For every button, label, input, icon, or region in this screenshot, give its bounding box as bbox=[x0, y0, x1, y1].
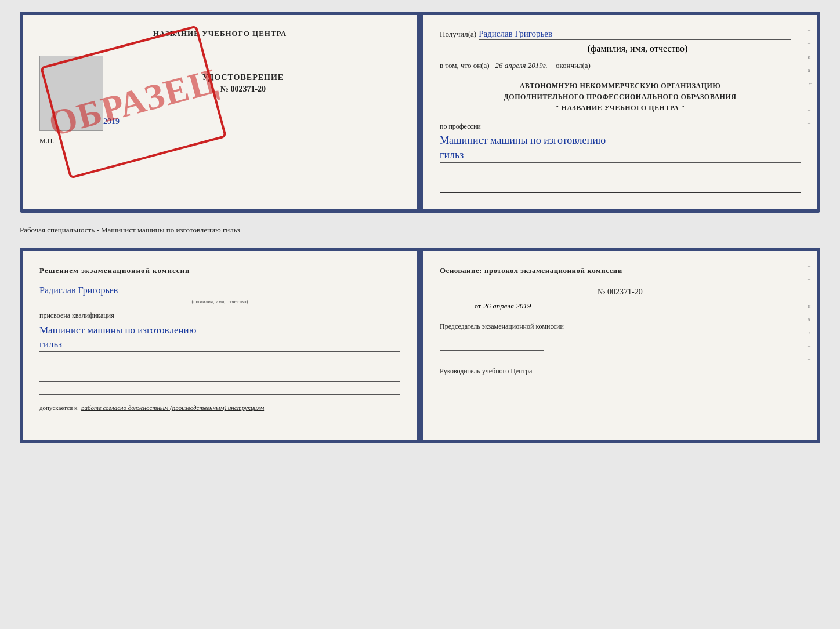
extra-lines bbox=[39, 357, 400, 395]
rukovoditel-label: Руководитель учебного Центра bbox=[440, 367, 801, 376]
dopuskaetsya-text: работе согласно должностным (производств… bbox=[81, 404, 264, 411]
poluchil-label: Получил(а) bbox=[440, 30, 476, 39]
dopuskaetsya-label: допускается к bbox=[39, 404, 77, 411]
vtom-label: в том, что он(а) bbox=[440, 61, 490, 70]
poluchil-hint: (фамилия, имя, отчество) bbox=[588, 43, 688, 53]
ot-label: от bbox=[475, 302, 481, 311]
bsm7: – bbox=[808, 343, 813, 349]
bsm5: а bbox=[808, 316, 813, 322]
bsm8: – bbox=[808, 356, 813, 362]
ot-line: от 26 апреля 2019 bbox=[440, 301, 801, 311]
top-document: НАЗВАНИЕ УЧЕБНОГО ЦЕНТРА УДОСТОВЕРЕНИЕ №… bbox=[20, 12, 820, 213]
udostoverenie-block: УДОСТОВЕРЕНИЕ № 002371-20 bbox=[86, 73, 400, 94]
bsm9: – bbox=[808, 369, 813, 376]
dopuskaetsya-block: допускается к работе согласно должностны… bbox=[39, 404, 400, 411]
line1 bbox=[440, 168, 801, 179]
mp-label: М.П. bbox=[39, 137, 400, 146]
bottom-name-handwritten: Радислав Григорьев bbox=[39, 285, 400, 297]
rukovoditel-sig-line bbox=[440, 379, 533, 395]
qualification-text: Машинист машины по изготовлению гильз bbox=[39, 323, 400, 352]
prisvoena-label: присвоена квалификация bbox=[39, 311, 400, 320]
po-professii: по профессии bbox=[440, 122, 801, 131]
sm2: – bbox=[808, 40, 813, 46]
photo-area bbox=[39, 56, 103, 131]
right-lines-bottom bbox=[440, 168, 801, 193]
bsm2: – bbox=[808, 276, 813, 282]
bottom-name-hint: (фамилия, имя, отчество) bbox=[39, 299, 400, 304]
org-name: " НАЗВАНИЕ УЧЕБНОГО ЦЕНТРА " bbox=[440, 103, 801, 114]
side-marks: – – и а ← – – – bbox=[808, 27, 813, 126]
org-block: АВТОНОМНУЮ НЕКОММЕРЧЕСКУЮ ОРГАНИЗАЦИЮ ДО… bbox=[440, 81, 801, 114]
osnovanie-label: Основание: протокол экзаменационной коми… bbox=[440, 265, 801, 277]
udos-label: УДОСТОВЕРЕНИЕ bbox=[86, 73, 400, 82]
bottom-right-half: Основание: протокол экзаменационной коми… bbox=[417, 251, 817, 440]
line2 bbox=[440, 181, 801, 193]
el2 bbox=[39, 369, 400, 382]
caption-line: Рабочая специальность - Машинист машины … bbox=[20, 223, 820, 237]
okonchil-label: окончил(а) bbox=[556, 61, 591, 70]
bottom-left-half: Решением экзаменационной комиссии Радисл… bbox=[23, 251, 417, 440]
el1 bbox=[39, 357, 400, 369]
dopusk-line bbox=[39, 413, 400, 426]
bsm4: и bbox=[808, 303, 813, 309]
org-line2: ДОПОЛНИТЕЛЬНОГО ПРОФЕССИОНАЛЬНОГО ОБРАЗО… bbox=[440, 92, 801, 103]
sm6: – bbox=[808, 93, 813, 100]
dash1: – bbox=[797, 30, 801, 39]
sm5: ← bbox=[808, 80, 813, 86]
sm8: – bbox=[808, 120, 813, 126]
org-line1: АВТОНОМНУЮ НЕКОММЕРЧЕСКУЮ ОРГАНИЗАЦИЮ bbox=[440, 81, 801, 92]
poluchil-name: Радислав Григорьев bbox=[479, 29, 791, 40]
profession-text: Машинист машины по изготовлению гильз bbox=[440, 133, 801, 163]
bsm1: – bbox=[808, 263, 813, 269]
bottom-document: Решением экзаменационной комиссии Радисл… bbox=[20, 248, 820, 443]
sm1: – bbox=[808, 27, 813, 33]
predsedatel-sig-line bbox=[440, 335, 544, 351]
bsm6: ← bbox=[808, 329, 813, 336]
bottom-side-marks: – – – и а ← – – – bbox=[808, 263, 813, 376]
el3 bbox=[39, 382, 400, 395]
resheniem-label: Решением экзаменационной комиссии bbox=[39, 265, 400, 277]
sm7: – bbox=[808, 107, 813, 113]
udos-number: № 002371-20 bbox=[86, 85, 400, 94]
sm3: и bbox=[808, 53, 813, 60]
top-right-half: Получил(а) Радислав Григорьев – (фамилия… bbox=[417, 15, 817, 209]
vtom-date: 26 апреля 2019г. bbox=[495, 61, 548, 71]
poluchil-line: Получил(а) Радислав Григорьев – bbox=[440, 29, 801, 40]
ot-date: 26 апреля 2019 bbox=[483, 301, 531, 311]
vtom-line: в том, что он(а) 26 апреля 2019г. окончи… bbox=[440, 61, 801, 71]
sm4: а bbox=[808, 67, 813, 73]
top-left-title: НАЗВАНИЕ УЧЕБНОГО ЦЕНТРА bbox=[39, 29, 400, 38]
predsedatel-label: Председатель экзаменационной комиссии bbox=[440, 322, 801, 331]
protocol-number: № 002371-20 bbox=[440, 288, 801, 297]
top-left-half: НАЗВАНИЕ УЧЕБНОГО ЦЕНТРА УДОСТОВЕРЕНИЕ №… bbox=[23, 15, 417, 209]
bsm3: – bbox=[808, 289, 813, 296]
